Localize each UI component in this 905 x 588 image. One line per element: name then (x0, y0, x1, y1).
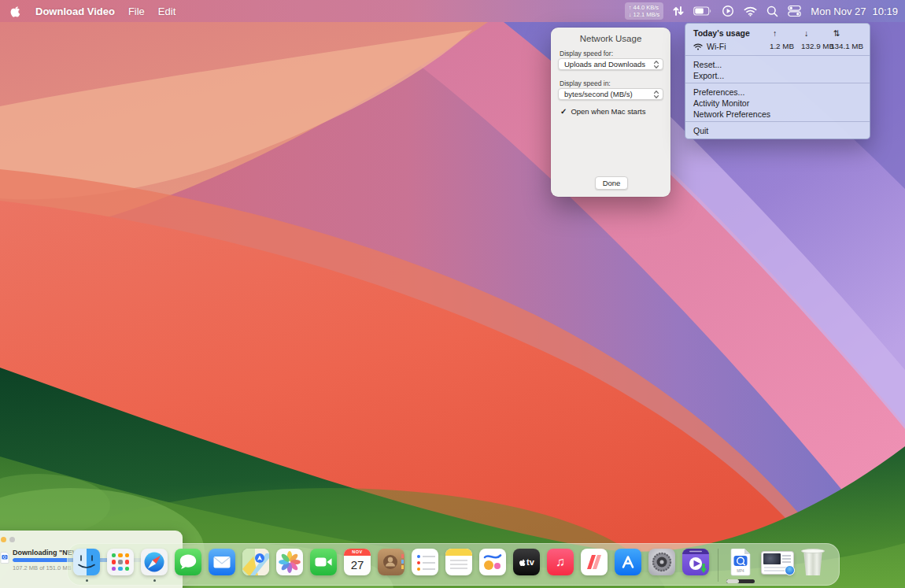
reminder-row (417, 568, 435, 571)
dock-notes-icon[interactable] (445, 549, 472, 575)
menu-divider (685, 55, 870, 56)
mp4-progress-bar (726, 579, 755, 583)
dock-safari-icon[interactable] (141, 549, 168, 575)
music-note-icon: ♫ (556, 555, 565, 569)
stepper-icon (653, 90, 659, 99)
dock-facetime-icon[interactable] (310, 549, 337, 575)
clock-date: Mon Nov 27 (811, 6, 866, 17)
dock-minimized-window[interactable] (761, 551, 794, 575)
download-speed: ↓ 12.1 MB/s (629, 11, 660, 18)
menu-bar: Download Video File Edit ↑ 44.0 KB/s ↓ 1… (0, 0, 905, 22)
safari-badge-icon (785, 565, 795, 575)
display-speed-for-value: Uploads and Downloads (559, 60, 653, 68)
calendar-day: 27 (344, 556, 371, 575)
desktop: Downloading "NEW T 107.2 MB of 151.0 MB … (0, 0, 905, 588)
running-indicator (153, 579, 156, 582)
menu-item-preferences[interactable]: Preferences... (685, 87, 870, 98)
dock-mp4-file-icon[interactable]: MP4 (727, 549, 754, 575)
trash-body (802, 551, 824, 575)
menu-item-quit[interactable]: Quit (685, 125, 870, 136)
dock-trash-icon[interactable] (801, 549, 825, 575)
status-menu-header: Today's usage ↑ ↓ ⇅ (685, 27, 870, 39)
checkmark-icon: ✓ (560, 107, 567, 116)
download-size-text: 107.2 MB of 151.0 MB (13, 564, 72, 571)
notes-band (445, 549, 472, 556)
running-indicator (86, 579, 88, 582)
todays-usage-label: Today's usage (693, 28, 750, 38)
dock-messages-icon[interactable] (175, 549, 201, 575)
dock: NOV 27 (67, 543, 840, 586)
dock-appletv-icon[interactable]: tv (513, 549, 540, 575)
zoom-button[interactable] (9, 537, 15, 542)
control-center-icon[interactable] (788, 5, 801, 17)
menu-item-network-preferences[interactable]: Network Preferences (685, 109, 870, 120)
dock-reminders-icon[interactable] (412, 549, 438, 575)
network-status-menu: Today's usage ↑ ↓ ⇅ Wi-Fi 1.2 MB 132.9 M… (685, 23, 870, 139)
trash-rim (801, 549, 825, 553)
play-circle-icon[interactable] (722, 5, 734, 17)
dock-download-video-icon[interactable] (682, 549, 709, 575)
apple-menu[interactable] (9, 5, 20, 18)
download-column-icon: ↓ (804, 27, 808, 39)
menu-item-reset[interactable]: Reset... (685, 59, 870, 70)
dock-music-icon[interactable]: ♫ (547, 549, 574, 575)
tv-label: tv (526, 557, 534, 567)
total-column-icon: ⇅ (833, 27, 840, 39)
display-speed-in-select[interactable]: bytes/second (MB/s) (558, 88, 663, 100)
display-speed-in-value: bytes/second (MB/s) (559, 90, 653, 98)
clock-time: 10:19 (872, 6, 898, 17)
battery-icon[interactable] (693, 6, 712, 16)
dock-maps-icon[interactable] (242, 549, 269, 575)
dock-contacts-icon[interactable] (378, 549, 404, 575)
dock-settings-icon[interactable] (648, 549, 675, 575)
calendar-month: NOV (344, 549, 371, 556)
minimize-button[interactable] (1, 537, 6, 542)
reminder-row (417, 561, 435, 564)
display-speed-for-label: Display speed for: (560, 50, 613, 57)
wifi-usage-row: Wi-Fi 1.2 MB 132.9 MB 134.1 MB (685, 39, 870, 54)
launchpad-grid (112, 553, 129, 571)
dock-mail-icon[interactable] (209, 549, 235, 575)
menu-app-name[interactable]: Download Video (35, 6, 115, 17)
menu-divider (685, 83, 870, 83)
search-icon[interactable] (766, 6, 778, 17)
dock-calendar-icon[interactable]: NOV 27 (344, 549, 371, 575)
dock-appstore-icon[interactable] (615, 549, 641, 575)
dock-photos-icon[interactable] (276, 549, 303, 575)
menu-item-export[interactable]: Export... (685, 70, 870, 81)
mp4-file-label: MP4 (727, 569, 754, 573)
menu-edit[interactable]: Edit (158, 6, 175, 17)
network-usage-dialog: Network Usage Display speed for: Uploads… (551, 28, 670, 197)
menu-bar-clock[interactable]: Mon Nov 27 10:19 (811, 6, 898, 17)
dock-launchpad-icon[interactable] (107, 549, 134, 575)
network-speed-indicator[interactable]: ↑ 44.0 KB/s ↓ 12.1 MB/s (625, 2, 664, 20)
upload-column-icon: ↑ (773, 27, 777, 39)
video-thumbnail (763, 553, 781, 564)
dialog-title: Network Usage (551, 34, 670, 43)
file-doc-icon (0, 552, 9, 564)
checkbox-label: Open when Mac starts (571, 107, 645, 116)
apple-logo-icon (519, 558, 526, 567)
upload-speed: ↑ 44.0 KB/s (629, 4, 660, 11)
apple-logo-icon (9, 5, 20, 18)
stepper-icon (653, 60, 659, 69)
dock-finder-icon[interactable] (73, 549, 100, 575)
open-when-mac-starts-checkbox[interactable]: ✓ Open when Mac starts (560, 107, 645, 116)
reminder-row (417, 555, 435, 558)
wifi-total-value: 134.1 MB (830, 39, 863, 54)
menu-item-activity-monitor[interactable]: Activity Monitor (685, 98, 870, 109)
wifi-icon[interactable] (744, 6, 757, 17)
wifi-label: Wi-Fi (707, 39, 726, 54)
done-button[interactable]: Done (595, 176, 628, 190)
wifi-upload-value: 1.2 MB (770, 39, 794, 54)
menu-divider (685, 121, 870, 122)
wifi-icon (693, 43, 703, 50)
dock-freeform-icon[interactable] (479, 549, 506, 575)
wifi-download-value: 132.9 MB (801, 39, 834, 54)
menu-file[interactable]: File (128, 6, 145, 17)
display-speed-for-select[interactable]: Uploads and Downloads (558, 58, 663, 70)
display-speed-in-label: Display speed in: (560, 80, 611, 87)
updown-arrows-icon[interactable] (673, 6, 684, 17)
dock-divider (718, 549, 718, 582)
dock-news-icon[interactable] (581, 549, 608, 575)
